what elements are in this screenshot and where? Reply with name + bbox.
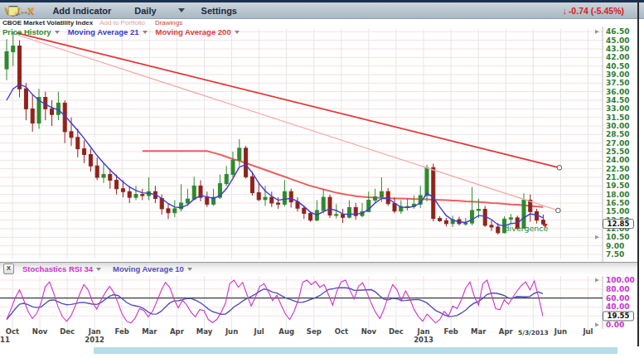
drawings-link[interactable]: Drawings bbox=[155, 19, 182, 27]
trendline-2[interactable] bbox=[17, 35, 559, 210]
month-label: Jan bbox=[88, 327, 101, 336]
chevron-down-icon[interactable] bbox=[235, 31, 240, 34]
candle[interactable] bbox=[206, 197, 209, 204]
candle[interactable] bbox=[322, 197, 325, 210]
horizontal-scrollbar[interactable] bbox=[94, 347, 617, 354]
candle[interactable] bbox=[134, 195, 138, 197]
stochastics-chart[interactable]: 100.0080.0060.0040.000.0019.55Oct11NovDe… bbox=[0, 274, 644, 358]
month-label: Nov bbox=[32, 327, 48, 336]
price-tick-label: 45.00 bbox=[606, 36, 629, 45]
legend-item-price-history[interactable]: Price History bbox=[2, 27, 60, 36]
candle[interactable] bbox=[186, 199, 189, 203]
candle[interactable] bbox=[5, 51, 8, 69]
year-label: 11 bbox=[0, 336, 10, 344]
candle[interactable] bbox=[277, 203, 280, 204]
candle[interactable] bbox=[393, 204, 396, 211]
chevron-down-icon[interactable] bbox=[143, 31, 148, 34]
price-tick-label: 24.00 bbox=[606, 156, 629, 164]
candle[interactable] bbox=[386, 191, 390, 203]
candle[interactable] bbox=[89, 154, 92, 166]
add-indicator-button[interactable]: Add Indicator bbox=[52, 6, 111, 16]
period-select[interactable]: Daily bbox=[134, 6, 156, 16]
candle[interactable] bbox=[115, 180, 119, 188]
candle[interactable] bbox=[264, 197, 267, 200]
stochastics-rsi-label[interactable]: Stochastics RSI 34 bbox=[22, 264, 101, 273]
legend-item-ma200[interactable]: Moving Average 200 bbox=[156, 27, 240, 36]
year-label: 2012 bbox=[85, 336, 104, 344]
chevron-down-icon[interactable] bbox=[55, 31, 60, 34]
close-indicator-button[interactable]: X bbox=[3, 264, 14, 274]
price-tick-label: 9.00 bbox=[606, 242, 624, 250]
stoch-ma-line bbox=[7, 288, 543, 319]
candle[interactable] bbox=[76, 138, 80, 149]
candle[interactable] bbox=[438, 219, 442, 221]
series-legend: Price History Moving Average 21 Moving A… bbox=[2, 27, 248, 36]
candle[interactable] bbox=[335, 215, 338, 215]
candle[interactable] bbox=[167, 209, 170, 213]
candle[interactable] bbox=[83, 149, 86, 155]
candle[interactable] bbox=[303, 208, 306, 213]
candle[interactable] bbox=[490, 225, 493, 227]
chevron-down-icon[interactable] bbox=[187, 268, 192, 271]
candle[interactable] bbox=[309, 213, 312, 220]
price-tick-label: 39.00 bbox=[606, 70, 629, 79]
sticky-note-icon[interactable] bbox=[7, 5, 19, 17]
legend-item-ma21[interactable]: Moving Average 21 bbox=[68, 27, 148, 36]
candle[interactable] bbox=[121, 189, 124, 191]
candle[interactable] bbox=[341, 215, 345, 217]
candle[interactable] bbox=[102, 175, 105, 177]
candle[interactable] bbox=[374, 196, 377, 200]
month-label: Jul bbox=[254, 327, 264, 336]
indicator-tick-label: 40.00 bbox=[606, 302, 629, 311]
price-tick-label: 25.50 bbox=[606, 148, 629, 156]
candle[interactable] bbox=[12, 46, 15, 52]
candle[interactable] bbox=[328, 197, 332, 215]
ma10-label[interactable]: Moving Average 10 bbox=[113, 264, 192, 273]
candle[interactable] bbox=[432, 167, 435, 218]
trendline-handle[interactable] bbox=[557, 165, 562, 170]
candle[interactable] bbox=[347, 208, 351, 218]
candle[interactable] bbox=[231, 160, 235, 174]
candle[interactable] bbox=[18, 46, 22, 90]
period-caret-icon[interactable] bbox=[178, 8, 185, 12]
candle[interactable] bbox=[56, 103, 60, 114]
price-tick-label: 21.00 bbox=[606, 173, 629, 181]
candle[interactable] bbox=[173, 209, 177, 213]
candle[interactable] bbox=[192, 186, 196, 199]
candle[interactable] bbox=[51, 109, 54, 114]
candle[interactable] bbox=[95, 166, 99, 177]
price-chart[interactable]: divergence46.5045.0043.5042.0040.5039.00… bbox=[0, 25, 644, 264]
candle[interactable] bbox=[238, 148, 241, 160]
candle[interactable] bbox=[283, 191, 286, 204]
add-to-portfolio-link[interactable]: Add to Portfolio bbox=[99, 19, 145, 27]
candle[interactable] bbox=[496, 227, 500, 233]
settings-button[interactable]: Settings bbox=[201, 6, 237, 16]
chevron-down-icon[interactable] bbox=[96, 268, 101, 271]
candle[interactable] bbox=[225, 175, 228, 184]
candle[interactable] bbox=[245, 148, 248, 177]
candle[interactable] bbox=[270, 197, 274, 203]
candle[interactable] bbox=[477, 210, 480, 210]
candle[interactable] bbox=[257, 193, 260, 200]
indicator-header: X Stochastics RSI 34 Moving Average 10 bbox=[0, 262, 638, 275]
price-tick-label: 46.50 bbox=[606, 27, 629, 36]
price-tick-label: 36.00 bbox=[606, 88, 629, 96]
candle[interactable] bbox=[250, 177, 254, 192]
candle[interactable] bbox=[31, 109, 34, 123]
candle[interactable] bbox=[464, 223, 467, 224]
candle[interactable] bbox=[425, 167, 429, 196]
candle[interactable] bbox=[128, 191, 131, 197]
candle[interactable] bbox=[471, 210, 474, 223]
candle[interactable] bbox=[24, 89, 27, 109]
month-label: Feb bbox=[115, 327, 129, 336]
candle[interactable] bbox=[70, 132, 73, 138]
candle[interactable] bbox=[444, 220, 448, 223]
candle[interactable] bbox=[289, 191, 293, 201]
price-tick-label: 34.50 bbox=[606, 96, 629, 104]
candle[interactable] bbox=[141, 195, 144, 196]
candle[interactable] bbox=[509, 218, 512, 219]
trendline-handle[interactable] bbox=[556, 208, 561, 213]
candle[interactable] bbox=[109, 175, 112, 181]
candle[interactable] bbox=[380, 191, 383, 196]
month-label: Dec bbox=[389, 327, 404, 336]
